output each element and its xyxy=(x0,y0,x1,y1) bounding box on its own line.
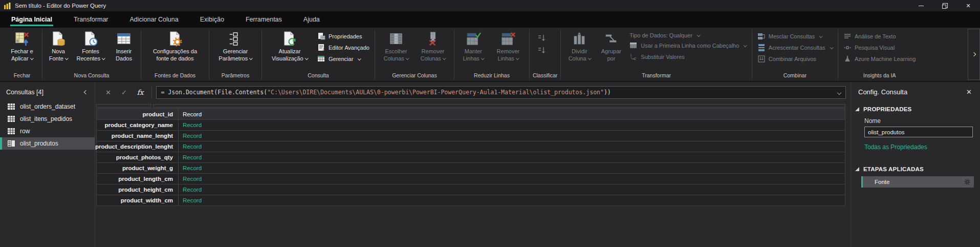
ribbon-group-gerenciar-colunas: Escolher Colunas Remover Colunas Gerenci… xyxy=(375,28,454,81)
group-by-icon xyxy=(603,31,619,47)
choose-columns-label: Escolher Colunas xyxy=(383,48,407,61)
dropdown-caret-icon xyxy=(744,44,747,47)
vision-button[interactable]: Pesquisa Visual xyxy=(841,43,918,52)
query-name-input[interactable] xyxy=(864,127,973,137)
record-value-link[interactable]: Record xyxy=(179,163,845,173)
properties-label: Propriedades xyxy=(329,33,362,39)
text-analytics-button[interactable]: Análise de Texto xyxy=(841,32,918,41)
dropdown-caret-icon xyxy=(65,56,68,59)
append-queries-label: Acrescentar Consultas xyxy=(769,45,825,51)
record-icon xyxy=(7,139,15,148)
formula-expand-icon[interactable] xyxy=(837,90,841,94)
refresh-preview-button[interactable]: Atualizar Visualização xyxy=(265,30,314,63)
combine-files-button[interactable]: Combinar Arquivos xyxy=(755,54,835,64)
query-item-label: row xyxy=(20,128,30,135)
group-label-consulta: Consulta xyxy=(262,71,375,81)
record-value-link[interactable]: Record xyxy=(179,184,845,195)
tab-transformar[interactable]: Transformar xyxy=(73,11,110,28)
manage-button[interactable]: Gerenciar xyxy=(315,54,372,64)
merge-queries-button[interactable]: Mesclar Consultas xyxy=(755,32,835,41)
dropdown-caret-icon xyxy=(830,46,833,49)
group-label-nova-consulta: Nova Consulta xyxy=(42,71,141,81)
close-button[interactable]: ✕ xyxy=(956,0,980,11)
manage-parameters-label: Gerenciar Parâmetros xyxy=(219,48,248,61)
dropdown-caret-icon xyxy=(588,56,591,59)
record-value-link[interactable]: Record xyxy=(179,120,845,130)
query-item-olist-orders-dataset[interactable]: olist_orders_dataset xyxy=(0,100,95,113)
dropdown-caret-icon xyxy=(819,34,822,37)
manage-label: Gerenciar xyxy=(329,56,353,62)
close-apply-label: Fechar e Aplicar xyxy=(11,48,33,61)
first-row-headers-button[interactable]: Usar a Primeira Linha como Cabeçalho xyxy=(627,41,748,50)
text-analytics-icon xyxy=(843,32,852,40)
restore-button[interactable] xyxy=(933,0,956,11)
keep-rows-button[interactable]: Manter Linhas xyxy=(458,30,489,63)
combine-files-icon xyxy=(757,55,766,63)
close-pane-icon[interactable]: ✕ xyxy=(966,88,972,96)
data-type-button[interactable]: Tipo de Dados: Qualquer xyxy=(627,32,748,39)
manage-parameters-button[interactable]: Gerenciar Parâmetros xyxy=(212,30,258,63)
record-row: product_weight_g Record xyxy=(97,162,845,173)
title-bar: Sem título - Editor do Power Query ✕ xyxy=(0,0,980,11)
group-by-button[interactable]: Agrupar por xyxy=(596,30,626,63)
record-value-link[interactable]: Record xyxy=(179,195,845,205)
record-value-link[interactable]: Record xyxy=(179,131,845,141)
all-properties-link[interactable]: Todas as Propriedades xyxy=(864,143,975,151)
recent-sources-button[interactable]: Fontes Recentes xyxy=(72,30,109,63)
record-field: product_length_cm xyxy=(97,174,179,184)
tab-adicionar-coluna[interactable]: Adicionar Coluna xyxy=(129,11,180,28)
close-apply-icon xyxy=(14,31,30,47)
tab-exibicao[interactable]: Exibição xyxy=(199,11,225,28)
tab-pagina-inicial[interactable]: Página Inicial xyxy=(10,11,53,28)
close-and-apply-button[interactable]: Fechar e Aplicar xyxy=(5,30,39,63)
formula-commit-icon[interactable]: ✓ xyxy=(121,89,127,96)
dropdown-caret-icon xyxy=(697,33,700,36)
dropdown-caret-icon xyxy=(481,56,484,59)
record-value-link[interactable]: Record xyxy=(179,109,845,119)
choose-columns-button[interactable]: Escolher Colunas xyxy=(378,30,414,63)
record-field: product_height_cm xyxy=(97,184,179,195)
append-queries-button[interactable]: Acrescentar Consultas xyxy=(755,43,835,52)
query-item-olist-produtos[interactable]: olist_produtos xyxy=(0,137,95,150)
remove-columns-button[interactable]: Remover Colunas xyxy=(415,30,451,63)
enter-data-button[interactable]: Inserir Dados xyxy=(110,30,138,63)
minimize-button[interactable] xyxy=(909,0,933,11)
record-row: product_id Record xyxy=(97,109,845,119)
properties-button[interactable]: Propriedades xyxy=(315,32,372,41)
record-field: product_name_lenght xyxy=(97,131,179,141)
sort-descending-icon[interactable] xyxy=(538,46,546,54)
new-source-button[interactable]: Nova Fonte xyxy=(46,30,71,63)
record-value-link[interactable]: Record xyxy=(179,174,845,184)
tab-ferramentas[interactable]: Ferramentas xyxy=(245,11,283,28)
record-field: product_description_lenght xyxy=(97,141,179,152)
dropdown-caret-icon xyxy=(443,56,446,59)
remove-rows-label: Remover Linhas xyxy=(497,48,520,61)
data-source-settings-button[interactable]: Configurações da fonte de dados xyxy=(144,30,206,63)
record-value-link[interactable]: Record xyxy=(179,141,845,152)
record-value-link[interactable]: Record xyxy=(179,152,845,162)
properties-section-header[interactable]: PROPRIEDADES xyxy=(855,106,975,112)
replace-values-button[interactable]: 1 2 Substituir Valores xyxy=(627,52,748,61)
advanced-editor-button[interactable]: Editor Avançado xyxy=(315,43,372,52)
step-settings-gear-icon[interactable] xyxy=(964,178,971,186)
remove-rows-button[interactable]: Remover Linhas xyxy=(490,30,526,63)
text-analytics-label: Análise de Texto xyxy=(855,33,896,39)
applied-steps-section-header[interactable]: ETAPAS APLICADAS xyxy=(855,166,975,172)
group-label-fontes-de-dados: Fontes de Dados xyxy=(141,71,209,81)
ribbon-group-classificar: Classificar xyxy=(530,28,560,81)
formula-input[interactable]: = Json.Document(File.Contents("C:\Users\… xyxy=(156,86,846,99)
query-item-olist-itens-pedidos[interactable]: olist_itens_pedidos xyxy=(0,113,95,125)
query-item-row[interactable]: row xyxy=(0,125,95,137)
ribbon-group-insights-ia: Análise de Texto Pesquisa Visual Azure M… xyxy=(838,28,921,81)
split-column-button[interactable]: Dividir Coluna xyxy=(564,30,595,63)
formula-path-string: "C:\Users\DIRE\Documents\AULAS\0-powerbi… xyxy=(267,89,604,96)
tab-ajuda[interactable]: Ajuda xyxy=(302,11,321,28)
record-field: product_category_name xyxy=(97,120,179,130)
dropdown-caret-icon xyxy=(30,56,33,59)
collapse-pane-icon[interactable] xyxy=(84,90,88,94)
formula-cancel-icon[interactable]: ✕ xyxy=(105,89,111,96)
ribbon-expand-button[interactable] xyxy=(968,29,980,80)
applied-step-fonte[interactable]: Fonte xyxy=(861,176,974,188)
azure-ml-button[interactable]: Azure Machine Learning xyxy=(841,54,918,64)
sort-ascending-icon[interactable] xyxy=(538,34,546,42)
